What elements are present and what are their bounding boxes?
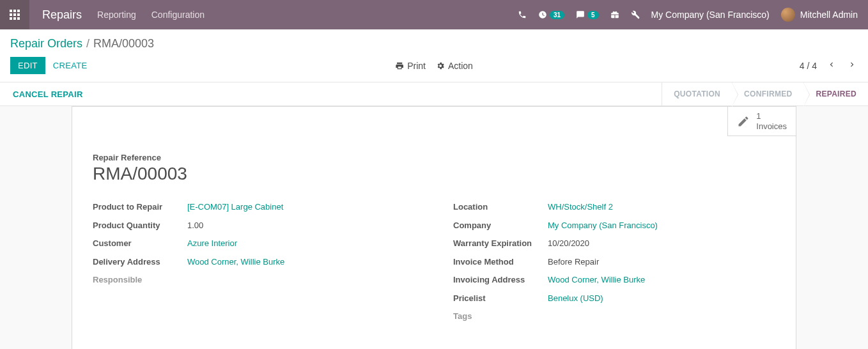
print-button[interactable]: Print — [395, 61, 426, 71]
customer[interactable]: Azure Interior — [187, 237, 237, 250]
location-label: Location — [453, 201, 548, 213]
product-to-repair[interactable]: [E-COM07] Large Cabinet — [187, 201, 283, 213]
control-panel: Repair Orders / RMA/00003 EDIT CREATE Pr… — [0, 29, 868, 77]
pager-next[interactable] — [846, 60, 858, 71]
gear-icon — [436, 61, 445, 70]
invoicing-address[interactable]: Wood Corner, Willie Burke — [548, 274, 645, 286]
chevron-right-icon — [848, 60, 856, 69]
user-menu[interactable]: Mitchell Admin — [781, 8, 858, 22]
repair-reference: RMA/00003 — [93, 164, 775, 184]
pricelist-label: Pricelist — [453, 292, 548, 305]
activity-button[interactable]: 31 — [538, 10, 564, 19]
status-repaired[interactable]: REPAIRED — [803, 82, 868, 105]
printer-icon — [395, 61, 404, 70]
invoicing-address-label: Invoicing Address — [453, 274, 548, 286]
status-steps: QUOTATION CONFIRMED REPAIRED — [662, 82, 868, 105]
nav-menu: Reporting Configuration — [97, 10, 205, 20]
action-button[interactable]: Action — [436, 61, 473, 71]
invoice-method: Before Repair — [548, 256, 599, 268]
delivery-address-label: Delivery Address — [93, 256, 187, 268]
company[interactable]: My Company (San Francisco) — [548, 219, 658, 232]
avatar — [781, 8, 795, 22]
pager-text: 4 / 4 — [800, 61, 817, 71]
product-quantity-label: Product Quantity — [93, 219, 187, 232]
customer-label: Customer — [93, 237, 187, 250]
location[interactable]: WH/Stock/Shelf 2 — [548, 201, 613, 213]
pager-prev[interactable] — [826, 60, 837, 71]
status-bar: CANCEL REPAIR QUOTATION CONFIRMED REPAIR… — [0, 82, 868, 106]
breadcrumb-root[interactable]: Repair Orders — [10, 37, 82, 50]
left-column: Product to Repair [E-COM07] Large Cabine… — [93, 201, 415, 329]
discuss-button[interactable]: 5 — [576, 10, 599, 19]
discuss-badge: 5 — [587, 11, 599, 19]
app-name[interactable]: Repairs — [29, 8, 97, 22]
responsible-label: Responsible — [93, 274, 187, 286]
edit-button[interactable]: EDIT — [10, 57, 45, 74]
form-sheet: 1 Invoices Repair Reference RMA/00003 Pr… — [72, 106, 796, 349]
nav-configuration[interactable]: Configuration — [151, 10, 205, 20]
status-confirmed[interactable]: CONFIRMED — [732, 82, 803, 105]
invoices-label: Invoices — [756, 121, 787, 132]
chevron-left-icon — [827, 60, 836, 69]
breadcrumb-separator: / — [86, 37, 89, 50]
user-name: Mitchell Admin — [800, 10, 858, 20]
gift-icon[interactable] — [610, 10, 619, 19]
status-quotation[interactable]: QUOTATION — [662, 82, 732, 105]
breadcrumb-current: RMA/00003 — [93, 37, 154, 50]
cancel-repair-button[interactable]: CANCEL REPAIR — [0, 89, 96, 99]
product-quantity: 1.00 — [187, 219, 203, 232]
invoices-stat-button[interactable]: 1 Invoices — [727, 106, 796, 136]
nav-right: 31 5 My Company (San Francisco) Mitchell… — [518, 8, 858, 22]
right-column: Location WH/Stock/Shelf 2 Company My Com… — [453, 201, 775, 329]
pricelist[interactable]: Benelux (USD) — [548, 292, 603, 305]
phone-icon[interactable] — [518, 10, 527, 19]
repair-reference-label: Repair Reference — [93, 153, 775, 162]
company-selector[interactable]: My Company (San Francisco) — [651, 10, 770, 20]
delivery-address[interactable]: Wood Corner, Willie Burke — [187, 256, 284, 268]
tools-icon[interactable] — [631, 10, 640, 19]
invoice-method-label: Invoice Method — [453, 256, 548, 268]
invoices-count: 1 — [756, 111, 787, 121]
company-label: Company — [453, 219, 548, 232]
pencil-square-icon — [737, 115, 750, 128]
tags-label: Tags — [453, 310, 548, 323]
activity-badge: 31 — [550, 11, 564, 19]
apps-menu-button[interactable] — [0, 0, 29, 29]
create-button[interactable]: CREATE — [45, 57, 95, 74]
top-nav: Repairs Reporting Configuration 31 5 My … — [0, 0, 868, 29]
nav-reporting[interactable]: Reporting — [97, 10, 136, 20]
warranty-expiration-label: Warranty Expiration — [453, 237, 548, 250]
pager: 4 / 4 — [800, 60, 858, 71]
apps-icon — [10, 10, 20, 20]
product-to-repair-label: Product to Repair — [93, 201, 187, 213]
main-area: 1 Invoices Repair Reference RMA/00003 Pr… — [0, 106, 868, 349]
warranty-expiration: 10/20/2020 — [548, 237, 589, 250]
breadcrumb: Repair Orders / RMA/00003 — [10, 37, 858, 50]
